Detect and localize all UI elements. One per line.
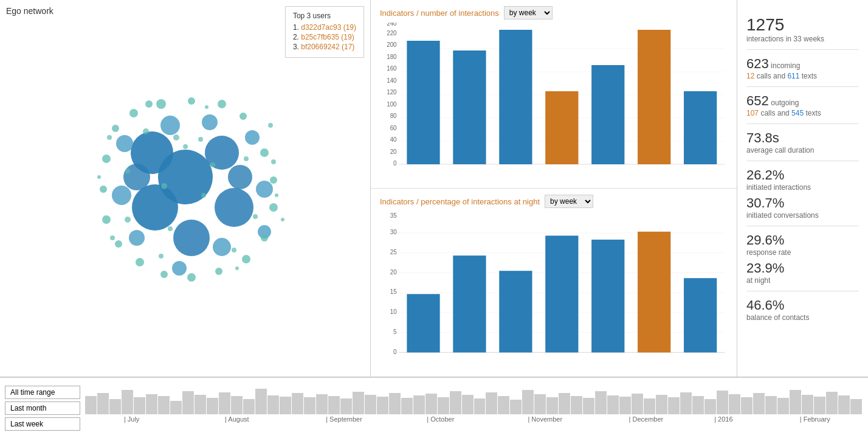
- tbar: [619, 397, 631, 414]
- svg-point-7: [228, 165, 252, 189]
- initiated-pct: 26.2%: [746, 167, 859, 183]
- initiated-label: initiated interactions: [746, 183, 859, 192]
- rank-3: 3.: [293, 43, 301, 51]
- tbar: [413, 395, 425, 414]
- tbar: [534, 394, 546, 414]
- svg-point-55: [107, 135, 112, 140]
- svg-point-43: [168, 226, 173, 231]
- tbar: [340, 398, 352, 414]
- svg-text:60: 60: [390, 125, 397, 131]
- incoming-number: 623 incoming: [746, 56, 859, 72]
- outgoing-value: 652: [746, 93, 769, 108]
- svg-rect-80: [407, 41, 439, 164]
- label-july: | July: [124, 415, 139, 423]
- tbar: [195, 395, 206, 414]
- last-week-button[interactable]: Last week: [5, 417, 80, 431]
- all-time-button[interactable]: All time range: [5, 386, 80, 399]
- tbar: [353, 392, 364, 414]
- tbar: [486, 392, 497, 414]
- svg-point-18: [156, 99, 166, 109]
- tbar: [438, 397, 449, 414]
- incoming-calls-label: calls and: [757, 72, 788, 80]
- tbar: [304, 397, 315, 414]
- label-september: | September: [326, 415, 362, 423]
- conversations-pct: 30.7%: [746, 195, 859, 211]
- tbar: [170, 401, 182, 414]
- incoming-label: incoming: [771, 61, 800, 70]
- tbar: [109, 399, 121, 414]
- top3-item-1: 1. d322d7ac93 (19): [293, 23, 356, 32]
- tbar: [377, 397, 388, 414]
- outgoing-calls-label: calls and: [760, 109, 791, 117]
- tbar: [158, 396, 170, 414]
- outgoing-texts-count: 545: [791, 109, 804, 117]
- svg-text:Wednesday: Wednesday: [546, 356, 578, 357]
- tbar: [729, 394, 740, 414]
- svg-rect-81: [453, 50, 486, 164]
- tbar: [498, 396, 509, 414]
- svg-point-26: [242, 255, 250, 263]
- svg-point-33: [100, 186, 107, 193]
- chart1-svg: 0 20 40 60 80 100 120 140 160 180 200 22…: [380, 23, 728, 169]
- svg-text:0: 0: [393, 160, 397, 167]
- incoming-detail: 12 calls and 611 texts: [746, 72, 859, 80]
- chart2-filter[interactable]: by week by month: [545, 195, 593, 208]
- outgoing-calls-count: 107: [746, 109, 759, 117]
- svg-point-42: [201, 193, 206, 198]
- svg-text:Tuesday: Tuesday: [504, 168, 526, 169]
- tbar: [510, 400, 522, 414]
- svg-text:Thursday: Thursday: [595, 168, 620, 169]
- tbar: [777, 398, 789, 414]
- main-container: Ego network Top 3 users 1. d322d7ac93 (1…: [0, 0, 868, 438]
- tbar: [243, 399, 255, 414]
- svg-text:35: 35: [390, 212, 397, 219]
- label-august: | August: [225, 415, 249, 423]
- night-pct: 23.9%: [746, 260, 859, 276]
- stat-total: 1275 interactions in 33 weeks: [746, 9, 859, 50]
- svg-rect-115: [684, 278, 717, 352]
- chart1-header: Indicators / number of interactions by w…: [380, 6, 728, 19]
- network-area: [6, 19, 364, 335]
- tbar: [571, 396, 582, 414]
- svg-point-36: [129, 109, 138, 117]
- svg-point-58: [205, 105, 208, 109]
- outgoing-label: outgoing: [771, 99, 799, 107]
- svg-point-20: [218, 100, 226, 108]
- label-december: | December: [629, 415, 664, 423]
- svg-text:Saturday: Saturday: [688, 356, 712, 357]
- total-interactions-number: 1275: [746, 15, 859, 35]
- label-november: | November: [528, 415, 562, 423]
- last-month-button[interactable]: Last month: [5, 401, 80, 415]
- svg-text:220: 220: [387, 30, 397, 36]
- chart1: 0 20 40 60 80 100 120 140 160 180 200 22…: [380, 23, 728, 169]
- tbar: [790, 390, 801, 414]
- user-link-2[interactable]: b25c7fb635 (19): [301, 33, 354, 41]
- svg-text:Friday: Friday: [646, 168, 662, 169]
- label-february: | February: [800, 415, 830, 423]
- top3-item-2: 2. b25c7fb635 (19): [293, 33, 356, 41]
- svg-rect-84: [591, 65, 624, 164]
- tbar: [692, 396, 704, 414]
- chart2-title: Indicators / percentage of interactions …: [380, 197, 540, 206]
- svg-point-48: [183, 144, 188, 149]
- user-link-3[interactable]: bf20669242 (17): [301, 43, 354, 51]
- tbar: [632, 394, 643, 414]
- svg-point-14: [129, 230, 145, 246]
- outgoing-texts-label: texts: [805, 109, 821, 117]
- balance-pct: 46.6%: [746, 297, 859, 313]
- svg-point-15: [213, 238, 231, 256]
- svg-point-60: [281, 218, 284, 221]
- svg-point-9: [202, 114, 218, 130]
- svg-point-50: [232, 248, 236, 252]
- stat-balance: 46.6% balance of contacts: [746, 291, 859, 328]
- chart1-filter[interactable]: by week by month: [504, 6, 553, 19]
- tbar: [850, 399, 862, 414]
- tbar: [474, 398, 486, 414]
- label-october: | October: [427, 415, 454, 423]
- user-link-1[interactable]: d322d7ac93 (19): [301, 23, 356, 32]
- svg-rect-86: [684, 91, 717, 164]
- tbar: [292, 393, 303, 414]
- tbar: [450, 391, 461, 414]
- svg-rect-110: [453, 255, 486, 352]
- svg-point-17: [172, 261, 187, 276]
